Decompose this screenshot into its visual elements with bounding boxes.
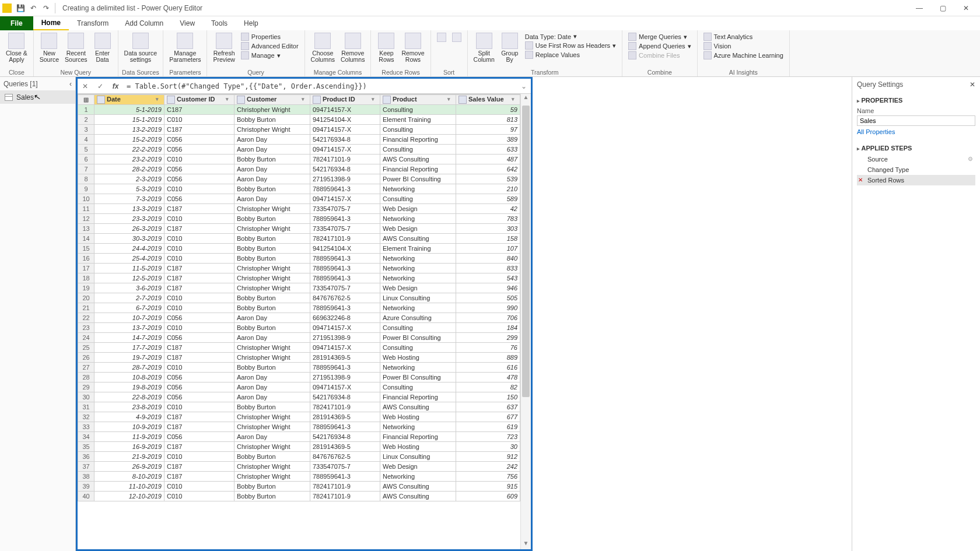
cell[interactable]: 30 [78, 392, 94, 402]
cell[interactable]: C187 [164, 105, 235, 115]
cell[interactable]: C010 [164, 402, 235, 412]
cell[interactable]: 782417101-9 [310, 155, 380, 164]
column-header-product-id[interactable]: Product ID▾ [310, 95, 380, 105]
undo-icon[interactable]: ↶ [27, 2, 40, 15]
cell[interactable]: 788959641-3 [310, 472, 380, 482]
cell[interactable]: Christopher Wright [235, 412, 310, 422]
cell[interactable]: 26 [78, 353, 94, 363]
cell[interactable]: Consulting [380, 194, 456, 204]
cell[interactable]: 82 [456, 382, 520, 392]
cell[interactable]: 12-10-2019 [94, 492, 164, 501]
cell[interactable]: Bobby Burton [235, 323, 310, 333]
table-row[interactable]: 3516-9-2019C187Christopher Wright2819143… [78, 442, 520, 452]
cell[interactable]: 813 [456, 115, 520, 125]
cell[interactable]: 14-7-2019 [94, 333, 164, 343]
cell[interactable]: 13-3-2019 [94, 204, 164, 214]
cell[interactable]: 788959641-3 [310, 254, 380, 264]
cell[interactable]: 18 [78, 273, 94, 283]
cell[interactable]: 5-3-2019 [94, 184, 164, 194]
cell[interactable]: 10-9-2019 [94, 422, 164, 432]
cell[interactable]: 990 [456, 303, 520, 313]
cell[interactable]: 788959641-3 [310, 303, 380, 313]
cell[interactable]: Consulting [380, 343, 456, 353]
cell[interactable]: Web Design [380, 224, 456, 234]
cell[interactable]: Christopher Wright [235, 125, 310, 135]
cell[interactable]: 1 [78, 105, 94, 115]
cell[interactable]: 281914369-5 [310, 412, 380, 422]
queries-collapse-icon[interactable]: ‹ [69, 80, 72, 88]
scroll-down-icon[interactable]: ▼ [521, 540, 531, 549]
cell[interactable]: 783 [456, 214, 520, 224]
tab-add-column[interactable]: Add Column [117, 16, 172, 30]
cell[interactable]: 15-1-2019 [94, 115, 164, 125]
cell[interactable]: 7 [78, 164, 94, 174]
cell[interactable]: Consulting [380, 145, 456, 155]
cell[interactable]: 8-10-2019 [94, 472, 164, 482]
advanced-editor-button[interactable]: Advanced Editor [241, 42, 299, 50]
cell[interactable]: 42 [456, 204, 520, 214]
cell[interactable]: Aaron Day [235, 194, 310, 204]
cell[interactable]: 210 [456, 184, 520, 194]
cell[interactable]: 35 [78, 442, 94, 452]
cell[interactable]: 788959641-3 [310, 214, 380, 224]
table-row[interactable]: 82-3-2019C056Aaron Day271951398-9Power B… [78, 174, 520, 184]
replace-values-button[interactable]: Replace Values [525, 51, 616, 59]
cell[interactable]: 094714157-X [310, 105, 380, 115]
cell[interactable]: 23-8-2019 [94, 402, 164, 412]
recent-sources-button[interactable]: RecentSources [62, 31, 90, 64]
query-name-input[interactable] [857, 115, 975, 126]
table-row[interactable]: 2619-7-2019C187Christopher Wright2819143… [78, 353, 520, 363]
remove-rows-button[interactable]: RemoveRows [399, 31, 426, 64]
cell[interactable]: Aaron Day [235, 313, 310, 323]
fx-icon[interactable]: fx [108, 80, 123, 93]
cell[interactable]: Networking [380, 303, 456, 313]
data-source-settings-button[interactable]: Data sourcesettings [122, 31, 160, 64]
cell[interactable]: 941254104-X [310, 244, 380, 254]
cell[interactable]: Bobby Burton [235, 234, 310, 244]
cell[interactable]: 756 [456, 472, 520, 482]
cell[interactable]: 616 [456, 363, 520, 373]
table-row[interactable]: 2517-7-2019C187Christopher Wright0947141… [78, 343, 520, 353]
cell[interactable]: Element Training [380, 244, 456, 254]
cell[interactable]: 13 [78, 224, 94, 234]
table-row[interactable]: 216-7-2019C010Bobby Burton788959641-3Net… [78, 303, 520, 313]
column-header-date[interactable]: Date▾ [94, 95, 164, 105]
cell[interactable]: 10-7-2019 [94, 313, 164, 323]
maximize-button[interactable]: ▢ [931, 0, 954, 16]
table-row[interactable]: 3411-9-2019C056Aaron Day542176934-8Finan… [78, 432, 520, 442]
cell[interactable]: 36 [78, 452, 94, 462]
cell[interactable]: 478 [456, 373, 520, 382]
redo-icon[interactable]: ↷ [40, 2, 52, 15]
cell[interactable]: Christopher Wright [235, 273, 310, 283]
cell[interactable]: Christopher Wright [235, 462, 310, 472]
cell[interactable]: 637 [456, 402, 520, 412]
cell[interactable]: Element Training [380, 115, 456, 125]
cell[interactable]: 543 [456, 273, 520, 283]
cell[interactable]: Aaron Day [235, 174, 310, 184]
cell[interactable]: 37 [78, 462, 94, 472]
cell[interactable]: 22-8-2019 [94, 392, 164, 402]
cell[interactable]: Networking [380, 363, 456, 373]
cell[interactable]: 271951398-9 [310, 373, 380, 382]
properties-button[interactable]: Properties [241, 33, 299, 41]
cell[interactable]: 11-9-2019 [94, 432, 164, 442]
cell[interactable]: 25 [78, 343, 94, 353]
tab-transform[interactable]: Transform [69, 16, 117, 30]
cell[interactable]: 094714157-X [310, 145, 380, 155]
cell[interactable]: 23-3-2019 [94, 214, 164, 224]
cell[interactable]: 303 [456, 224, 520, 234]
cell[interactable]: Aaron Day [235, 135, 310, 145]
cell[interactable]: 22-2-2019 [94, 145, 164, 155]
table-row[interactable]: 2414-7-2019C056Aaron Day271951398-9Power… [78, 333, 520, 343]
table-row[interactable]: 728-2-2019C056Aaron Day542176934-8Financ… [78, 164, 520, 174]
sort-asc-button[interactable] [435, 31, 449, 44]
cell[interactable]: Aaron Day [235, 392, 310, 402]
cell[interactable]: Aaron Day [235, 373, 310, 382]
table-row[interactable]: 1812-5-2019C187Christopher Wright7889596… [78, 273, 520, 283]
cell[interactable]: C010 [164, 254, 235, 264]
cell[interactable]: 487 [456, 155, 520, 164]
cell[interactable]: 542176934-8 [310, 392, 380, 402]
vision-button[interactable]: Vision [704, 42, 783, 50]
cell[interactable]: 633 [456, 145, 520, 155]
cell[interactable]: Aaron Day [235, 382, 310, 392]
